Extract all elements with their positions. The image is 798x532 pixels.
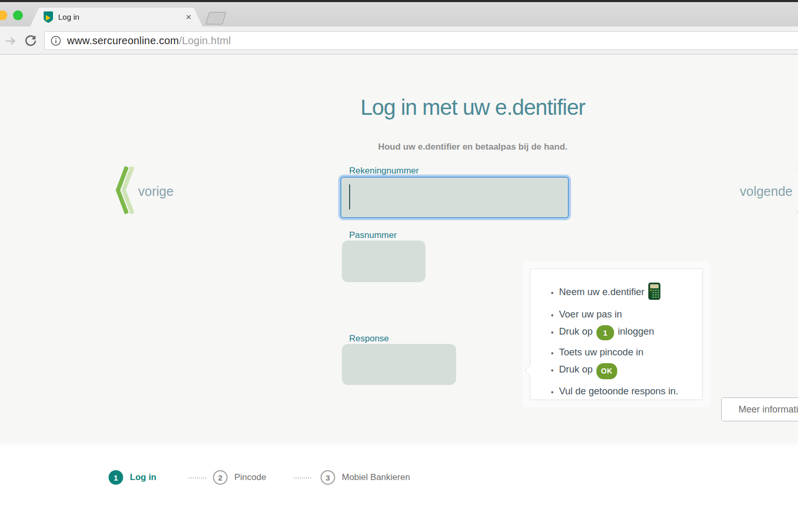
- edentifier-key-ok-badge: OK: [596, 363, 617, 379]
- tab-bar: Log in ×: [0, 2, 798, 26]
- instruction-item: Neem uw e.dentifier: [559, 283, 702, 302]
- stepper-step-mobiel-bankieren[interactable]: 3 Mobiel Bankieren: [321, 470, 410, 485]
- instruction-text: Toets uw pincode in: [559, 347, 644, 357]
- browser-tab[interactable]: Log in ×: [30, 8, 203, 26]
- info-icon[interactable]: [50, 35, 61, 46]
- instruction-text: Druk op: [559, 326, 593, 337]
- instruction-text: Druk op: [559, 364, 593, 375]
- step-separator: [294, 477, 311, 478]
- browser-window: Log in × www.sercureonlin: [0, 0, 798, 532]
- previous-step-label: vorige: [138, 184, 174, 199]
- tab-close-icon[interactable]: ×: [182, 8, 195, 26]
- pasnummer-label: Pasnummer: [349, 230, 397, 241]
- rekeningnummer-input[interactable]: [340, 177, 569, 218]
- tab-title: Log in: [58, 8, 79, 26]
- instruction-tooltip: Neem uw e.dentifier Voer uw pas in Druk …: [530, 269, 703, 400]
- step-number-badge: 1: [109, 470, 123, 485]
- stepper-step-pincode[interactable]: 2 Pincode: [213, 470, 266, 485]
- chevron-left-icon: [112, 164, 135, 218]
- instruction-item: Druk opOK: [559, 363, 702, 379]
- step-label: Mobiel Bankieren: [342, 472, 410, 483]
- step-number-badge: 2: [213, 470, 228, 485]
- page-title: Log in met uw e.dentifier: [361, 95, 586, 120]
- edentifier-key-1-badge: 1: [596, 325, 614, 340]
- step-separator: [189, 477, 206, 478]
- text-caret: [349, 184, 350, 209]
- instruction-text: Vul de getoonde respons in.: [559, 385, 679, 396]
- instruction-item: Toets uw pincode in: [559, 346, 702, 358]
- browser-toolbar: www.sercureonline.com/Login.html: [0, 26, 798, 55]
- instruction-item: Druk op1inloggen: [559, 325, 702, 340]
- more-information-button[interactable]: Meer informatie: [721, 397, 798, 421]
- fullscreen-traffic-light-icon[interactable]: [13, 10, 23, 20]
- rekeningnummer-label: Rekeningnummer: [349, 166, 419, 176]
- instruction-text: inloggen: [618, 326, 654, 337]
- step-label: Pincode: [234, 472, 266, 483]
- page-content: Log in met uw e.dentifier Houd uw e.dent…: [0, 55, 798, 448]
- page-subtitle: Houd uw e.dentifier en betaalpas bij de …: [378, 142, 568, 152]
- url-domain: www.sercureonline.com: [67, 35, 179, 47]
- calculator-icon: [648, 291, 661, 302]
- forward-arrow-icon: [3, 34, 18, 50]
- response-label: Response: [349, 334, 389, 344]
- previous-step-link[interactable]: vorige: [112, 164, 174, 218]
- reload-icon[interactable]: [23, 33, 38, 50]
- bank-shield-favicon-icon: [44, 11, 53, 23]
- next-step-link[interactable]: volgende: [740, 164, 798, 218]
- next-step-label: volgende: [740, 184, 792, 199]
- minimize-traffic-light-icon[interactable]: [0, 10, 7, 20]
- step-number-badge: 3: [321, 470, 335, 485]
- address-bar[interactable]: www.sercureonline.com/Login.html: [44, 31, 798, 50]
- instruction-item: Vul de getoonde respons in.: [559, 385, 702, 397]
- instruction-item: Voer uw pas in: [559, 308, 702, 320]
- instruction-text: Voer uw pas in: [559, 309, 622, 320]
- instruction-text: Neem uw e.dentifier: [559, 286, 645, 297]
- step-footer: 1 Log in 2 Pincode 3 Mobiel Bankieren: [0, 448, 798, 532]
- stepper-step-login[interactable]: 1 Log in: [109, 470, 156, 485]
- step-label: Log in: [130, 472, 156, 483]
- url-path: /Login.html: [179, 35, 231, 47]
- response-input[interactable]: [342, 344, 456, 385]
- instruction-list: Neem uw e.dentifier Voer uw pas in Druk …: [530, 283, 702, 397]
- new-tab-button[interactable]: [205, 12, 226, 24]
- pasnummer-input[interactable]: [342, 241, 425, 282]
